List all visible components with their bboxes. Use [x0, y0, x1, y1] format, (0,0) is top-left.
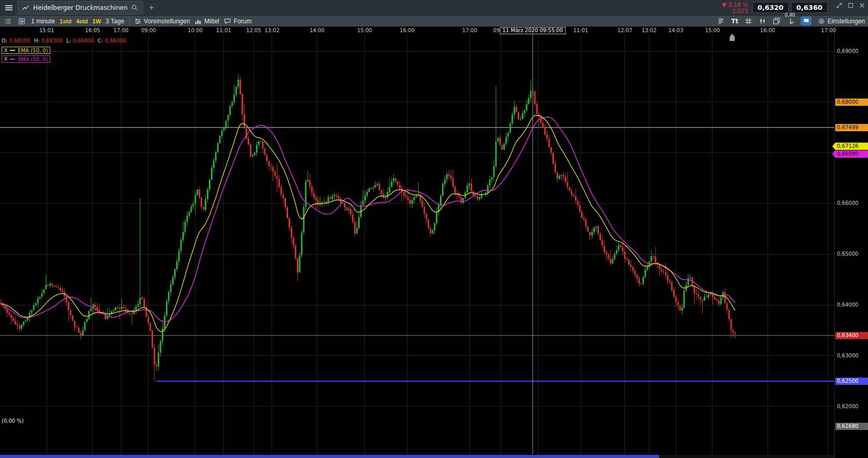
- time-axis-label: 14:03: [668, 27, 684, 33]
- ohlc-low-label: L:: [66, 38, 71, 44]
- change-absolute: 2,075: [722, 8, 748, 15]
- magnet-icon[interactable]: [787, 17, 794, 25]
- price-label-067126: 0,67126: [835, 143, 868, 150]
- window-buttons: [836, 2, 865, 9]
- gear-icon: [818, 18, 825, 25]
- duplicate-icon[interactable]: [773, 17, 780, 25]
- sliders-icon: [134, 18, 141, 25]
- change-percent: 3,16 %: [728, 2, 748, 8]
- annotation-tool-active[interactable]: [801, 17, 812, 25]
- sma-legend[interactable]: X SMA (50, 0): [2, 55, 50, 63]
- market-depth-icon[interactable]: [717, 17, 725, 25]
- ohlc-low-value: 0,66000: [73, 38, 94, 44]
- new-tab-button[interactable]: +: [146, 3, 157, 12]
- time-axis-label: 17:00: [113, 27, 129, 33]
- preset-4std[interactable]: 4std: [76, 18, 88, 24]
- time-axis-label: 11:01: [216, 27, 231, 33]
- percent-change-label: (0,00 %): [2, 418, 24, 424]
- time-axis-label: 12:05: [246, 27, 261, 33]
- ohlc-open-value: 0,68300: [9, 38, 30, 44]
- price-label-066980: 0,66980: [835, 150, 868, 158]
- time-axis-label: 11:01: [573, 27, 588, 33]
- ema-name: EMA (50, 0): [18, 48, 48, 53]
- range-dropdown[interactable]: 3 Tage: [106, 18, 124, 25]
- scrollbar-thumb[interactable]: [0, 455, 659, 458]
- indicator-legend: X EMA (50, 0) X SMA (50, 0): [2, 47, 50, 63]
- chart-area[interactable]: 15:0116:0517:0009:0010:0011:0112:0513:02…: [0, 27, 868, 458]
- close-icon[interactable]: [859, 2, 865, 9]
- ema-legend[interactable]: X EMA (50, 0): [2, 47, 50, 54]
- price-label-062000: 0,62000: [835, 403, 860, 410]
- preset-1w[interactable]: 1W: [92, 18, 101, 24]
- einstellungen-button[interactable]: Einstellungen: [818, 18, 865, 25]
- price-label-062500: 0,62500: [835, 378, 868, 385]
- text-tool-button[interactable]: Tt: [731, 18, 738, 25]
- speech-bubble-icon: [224, 18, 231, 25]
- ohlc-high-value: 0,68300: [41, 38, 63, 44]
- forum-button[interactable]: Forum: [224, 18, 252, 25]
- time-axis-label: 16:00: [400, 27, 415, 33]
- maximize-icon[interactable]: [847, 2, 854, 9]
- ohlc-close-value: 0,66000: [105, 38, 126, 44]
- time-axis-label: 09:00: [141, 27, 156, 33]
- tab-title: Heidelberger Druckmaschinen: [33, 4, 127, 11]
- change-block: ▼ 3,16 % 2,075: [722, 2, 748, 15]
- price-axis[interactable]: 0,690000,680000,674990,671260,669800,660…: [835, 27, 868, 458]
- sma-swatch: [10, 59, 15, 60]
- sma-name: SMA (50, 0): [18, 57, 48, 62]
- chart-line-icon: [22, 4, 30, 11]
- price-label-066000: 0,66000: [835, 200, 860, 207]
- price-label-063000: 0,63000: [835, 352, 860, 359]
- time-axis-label: 17:00: [821, 27, 836, 33]
- toolbar-right: Tt: [717, 17, 865, 25]
- annotation-bubble-icon: [803, 18, 809, 24]
- time-axis-label: 15:00: [705, 27, 720, 33]
- time-axis-label: 16:05: [85, 27, 100, 33]
- mittel-button[interactable]: Mittel: [194, 18, 219, 25]
- time-axis-label: 13:02: [264, 27, 279, 33]
- price-label-061680: 0,61680: [835, 423, 868, 430]
- time-axis-label: 16:00: [760, 27, 775, 33]
- ema-swatch: [10, 50, 15, 51]
- price-label-065000: 0,65000: [835, 251, 860, 258]
- time-axis-label: 15:00: [357, 27, 372, 33]
- popout-icon[interactable]: [836, 2, 843, 9]
- hamburger-icon: [5, 4, 12, 11]
- bid-price[interactable]: 0,6320: [752, 2, 789, 13]
- ohlc-close-label: C:: [98, 38, 103, 44]
- ema-close-button[interactable]: X: [4, 48, 7, 53]
- chart-toolbar: 1 minute 1std 4std 1W 3 Tage Voreinstell…: [0, 16, 868, 27]
- price-label-063400: 0,63400: [835, 332, 868, 339]
- layout-grid-button[interactable]: [17, 17, 26, 26]
- quote-cluster: ▼ 3,16 % 2,075 0,6320 0,6360 0,40: [722, 1, 865, 15]
- time-axis-label: 15:01: [39, 27, 54, 33]
- ask-price[interactable]: 0,6360: [791, 2, 828, 13]
- bid-ask-wrap: 0,6320 0,6360 0,40: [752, 2, 828, 13]
- time-axis-label: 12:07: [617, 27, 632, 33]
- price-label-068000: 0,68000: [835, 99, 868, 106]
- chart-scrollbar[interactable]: [0, 455, 834, 458]
- news-list-button[interactable]: [3, 17, 12, 26]
- instrument-tab[interactable]: Heidelberger Druckmaschinen: [18, 1, 143, 15]
- time-axis-label: 14:00: [309, 27, 324, 33]
- sma-close-button[interactable]: X: [4, 57, 7, 62]
- spread-value: 0,40: [785, 12, 795, 18]
- price-chart[interactable]: 15:0116:0517:0009:0010:0011:0112:0513:02…: [0, 27, 868, 458]
- search-icon[interactable]: [131, 4, 138, 11]
- change-direction-icon: ▼: [722, 2, 726, 8]
- window-tabbar: Heidelberger Druckmaschinen + ▼ 3,16 % 2…: [0, 0, 868, 16]
- layout-grid-icon: [18, 18, 25, 25]
- crosshair-time-tooltip: 11 März 2020 09:55:00: [500, 27, 566, 34]
- voreinstellungen-button[interactable]: Voreinstellungen: [134, 18, 190, 25]
- einstellungen-label: Einstellungen: [828, 18, 865, 25]
- forum-label: Forum: [234, 18, 252, 25]
- interval-dropdown[interactable]: 1 minute: [31, 18, 55, 25]
- grid-toggle-icon[interactable]: [745, 17, 752, 25]
- price-label-067499: 0,67499: [835, 124, 868, 131]
- ohlc-open-label: O:: [2, 38, 7, 44]
- main-menu-button[interactable]: [3, 2, 15, 14]
- preset-1std[interactable]: 1std: [60, 18, 72, 24]
- mittel-label: Mittel: [204, 18, 219, 25]
- voreinstellungen-label: Voreinstellungen: [144, 18, 190, 25]
- chart-type-icon[interactable]: [759, 17, 766, 25]
